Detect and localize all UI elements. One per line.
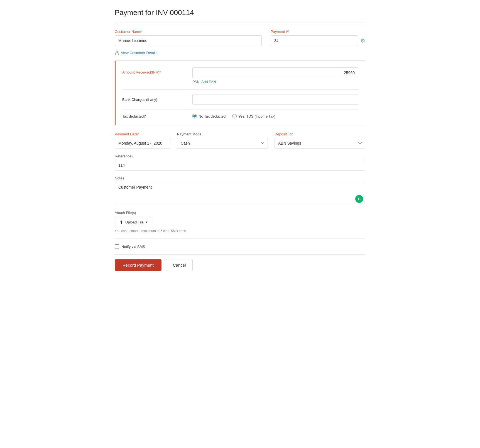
cancel-button[interactable]: Cancel [166,259,193,271]
payment-mode-label: Payment Mode [177,132,268,136]
view-customer-link[interactable]: View Customer Details [115,50,365,55]
file-hint: You can upload a maximum of 5 files, 5MB… [115,229,365,233]
bank-charges-input[interactable] [192,94,358,105]
bank-divider [122,109,358,109]
action-buttons: Record Payment Cancel [115,259,365,271]
grammarly-icon: G [355,195,363,203]
customer-name-input[interactable] [115,35,262,46]
notify-sms-label[interactable]: Notify via SMS [121,245,145,249]
amount-divider [122,89,358,90]
payment-date-label: Payment Date* [115,132,170,136]
gear-icon[interactable]: ⚙ [360,37,365,44]
upload-icon: ⬆ [119,220,123,225]
page-title: Payment for INV-000114 [115,8,365,17]
tax-label: Tax deducted? [122,114,183,118]
add-pan-link[interactable]: Add PAN [201,80,216,84]
amount-received-input[interactable] [192,67,358,78]
customer-name-label: Customer Name* [115,30,262,34]
tax-no-option[interactable]: No Tax deducted [192,114,226,118]
payment-number-label: Payment #* [271,30,365,34]
notify-sms-checkbox[interactable] [115,244,119,249]
upload-btn-label: Upload File [125,220,144,224]
reference-label: Reference# [115,154,365,158]
person-icon [115,50,119,55]
payment-number-input[interactable] [271,35,358,46]
pan-label: PAN: [192,80,200,84]
tax-no-label: No Tax deducted [199,114,226,118]
action-divider [115,254,365,255]
payment-mode-select[interactable]: Cash Cheque Bank Transfer Card [177,138,268,148]
amount-section: Amount Received(INR)* PAN: Add PAN Bank … [115,60,365,125]
reference-input[interactable] [115,160,365,171]
tax-yes-option[interactable]: Yes, TDS (Income Tax) [232,114,275,118]
upload-file-button[interactable]: ⬆ Upload File ▾ [115,217,152,227]
svg-point-0 [116,51,118,53]
tax-no-radio[interactable] [192,114,197,118]
notes-textarea[interactable]: Customer Payment [115,182,365,204]
deposit-to-label: Deposit To* [275,132,365,136]
notify-divider [115,238,365,239]
amount-received-label: Amount Received(INR)* [122,67,183,74]
view-customer-text: View Customer Details [121,51,157,55]
notes-label: Notes [115,176,365,180]
title-divider [115,23,365,23]
attach-label: Attach File(s) [115,211,365,215]
upload-dropdown-icon: ▾ [146,220,148,224]
payment-date-input[interactable] [115,138,170,148]
tax-yes-label: Yes, TDS (Income Tax) [238,114,275,118]
bank-charges-label: Bank Charges (if any) [122,98,183,102]
tax-yes-radio[interactable] [232,114,237,118]
deposit-to-select[interactable]: ABN Savings Other [275,138,365,148]
record-payment-button[interactable]: Record Payment [115,259,161,271]
